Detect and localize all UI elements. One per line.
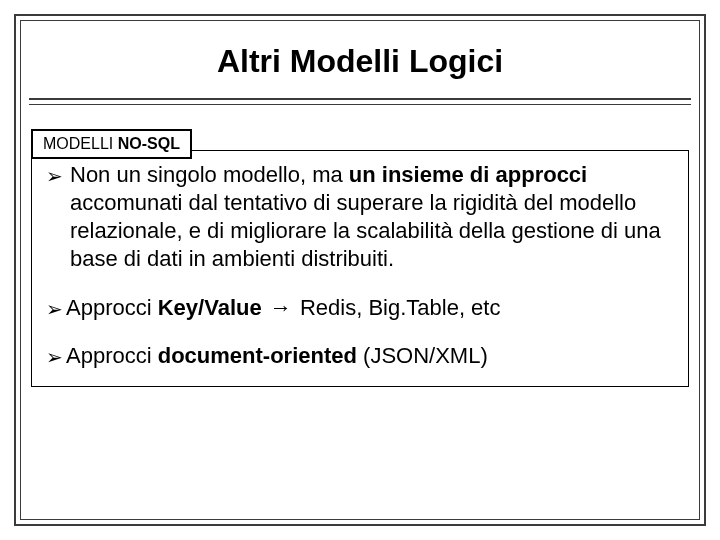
slide: Altri Modelli Logici MODELLI NO-SQL ➢ No… <box>0 0 720 540</box>
section-label-box: MODELLI NO-SQL <box>31 129 192 159</box>
b1-post: accomunati dal tentativo di superare la … <box>70 190 661 271</box>
bullet-item-3: ➢ Approcci document-oriented (JSON/XML) <box>46 342 674 370</box>
title-divider <box>29 98 691 105</box>
inline-arrow-icon: → <box>262 295 300 320</box>
b2-post: Redis, Big.Table, etc <box>300 295 501 320</box>
inner-frame: Altri Modelli Logici MODELLI NO-SQL ➢ No… <box>20 20 700 520</box>
slide-title: Altri Modelli Logici <box>21 43 699 80</box>
bullet-text-3: Approcci document-oriented (JSON/XML) <box>66 342 674 370</box>
b3-pre: Approcci <box>66 343 158 368</box>
outer-frame: Altri Modelli Logici MODELLI NO-SQL ➢ No… <box>14 14 706 526</box>
bullet-item-2: ➢ Approcci Key/Value → Redis, Big.Table,… <box>46 294 674 322</box>
bullet-text-2: Approcci Key/Value → Redis, Big.Table, e… <box>66 294 674 322</box>
b2-pre: Approcci <box>66 295 158 320</box>
b3-bold: document-oriented <box>158 343 357 368</box>
bullet-item-1: ➢ Non un singolo modello, ma un insieme … <box>46 161 674 274</box>
b1-pre: Non un singolo modello, ma <box>70 162 349 187</box>
b3-post: (JSON/XML) <box>357 343 488 368</box>
bullet-arrow-icon: ➢ <box>46 161 70 189</box>
section-label-prefix: MODELLI <box>43 135 118 152</box>
bullet-text-1: Non un singolo modello, ma un insieme di… <box>70 161 674 274</box>
content-box: ➢ Non un singolo modello, ma un insieme … <box>31 150 689 387</box>
b2-bold: Key/Value <box>158 295 262 320</box>
b1-bold: un insieme di approcci <box>349 162 587 187</box>
section-label-bold: NO-SQL <box>118 135 180 152</box>
